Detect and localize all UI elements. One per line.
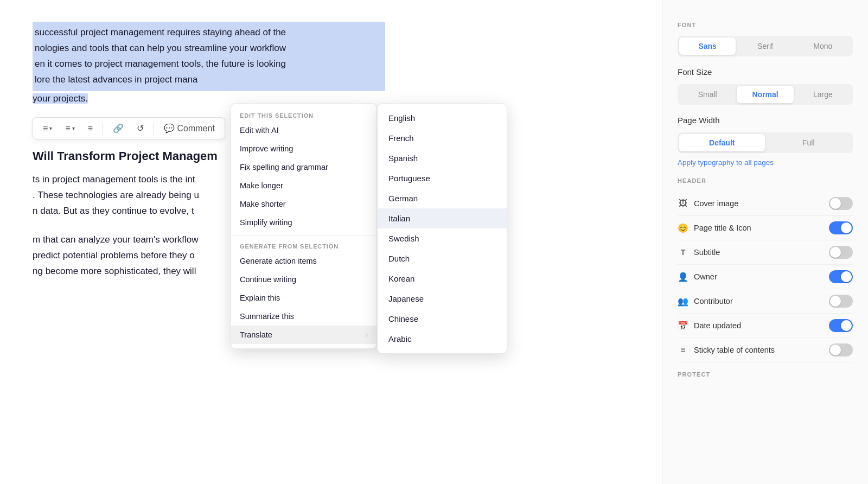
subtitle-icon: T (678, 248, 688, 257)
date-updated-label: Date updated (694, 321, 741, 330)
header-section-title: HEADER (678, 177, 853, 184)
date-updated-row: 📅 Date updated (678, 314, 853, 338)
cover-image-row: 🖼 Cover image (678, 192, 853, 216)
menu-divider (231, 235, 376, 235)
lang-korean[interactable]: Korean (378, 269, 507, 289)
body-text-2: m that can analyze your team's workflow … (33, 232, 260, 279)
lang-chinese[interactable]: Chinese (378, 309, 507, 329)
font-large-btn[interactable]: Large (795, 86, 851, 103)
cover-image-icon: 🖼 (678, 199, 688, 208)
subtitle-label: Subtitle (694, 248, 720, 257)
menu-item-improve[interactable]: Improve writing (231, 139, 376, 158)
page-title-toggle[interactable] (829, 221, 853, 234)
menu-item-summarize[interactable]: Summarize this (231, 307, 376, 326)
lang-german[interactable]: German (378, 188, 507, 208)
date-toggle[interactable] (829, 319, 853, 332)
contributor-icon: 👥 (678, 296, 688, 307)
toolbar-divider (103, 123, 103, 134)
subtitle-row: T Subtitle (678, 240, 853, 265)
protect-section-title: PROTECT (678, 371, 853, 378)
lang-portuguese[interactable]: Portuguese (378, 168, 507, 188)
lang-arabic[interactable]: Arabic (378, 329, 507, 349)
chevron-right-icon: › (366, 331, 368, 339)
lang-spanish[interactable]: Spanish (378, 148, 507, 168)
page-title-label: Page title & Icon (694, 224, 751, 232)
font-normal-btn[interactable]: Normal (737, 86, 793, 103)
menu-item-make-shorter[interactable]: Make shorter (231, 195, 376, 213)
generate-section-label: GENERATE FROM SELECTION (231, 239, 376, 252)
apply-typography-link[interactable]: Apply typography to all pages (678, 158, 853, 167)
contributor-toggle[interactable] (829, 295, 853, 308)
page-width-toggle: Default Full (678, 132, 853, 153)
toc-icon: ≡ (678, 345, 688, 355)
lang-dutch[interactable]: Dutch (378, 249, 507, 269)
formatting-toolbar: ≡ ▾ ≡ ▾ ≡ 🔗 ↺ 💬 Comment (33, 117, 225, 139)
owner-icon: 👤 (678, 272, 688, 282)
align-button[interactable]: ≡ ▾ (40, 122, 55, 136)
lang-french[interactable]: French (378, 128, 507, 148)
lang-swedish[interactable]: Swedish (378, 228, 507, 249)
font-sans-btn[interactable]: Sans (679, 37, 736, 55)
selected-text: successful project management requires s… (33, 22, 385, 91)
subtitle-toggle[interactable] (829, 246, 853, 259)
page-title-row: 😊 Page title & Icon (678, 216, 853, 240)
menu-item-edit-ai[interactable]: Edit with AI (231, 121, 376, 139)
main-content: successful project management requires s… (0, 0, 662, 484)
lang-english[interactable]: English (378, 108, 507, 128)
date-icon: 📅 (678, 321, 688, 331)
contributor-row: 👥 Contributor (678, 289, 853, 314)
undo-button[interactable]: ↺ (133, 121, 147, 136)
toc-toggle[interactable] (829, 343, 853, 356)
toolbar-divider-2 (154, 123, 154, 134)
translate-submenu: English French Spanish Portuguese German… (377, 103, 507, 354)
font-size-toggle: Small Normal Large (678, 84, 853, 105)
width-default-btn[interactable]: Default (679, 134, 765, 151)
owner-toggle[interactable] (829, 270, 853, 283)
context-menu: EDIT THIS SELECTION Edit with AI Improve… (231, 103, 377, 349)
menu-item-explain[interactable]: Explain this (231, 289, 376, 307)
body-text-1: ts in project management tools is the in… (33, 172, 260, 219)
right-sidebar: FONT Sans Serif Mono Font Size Small Nor… (662, 0, 868, 484)
menu-item-fix-spelling[interactable]: Fix spelling and grammar (231, 158, 376, 176)
edit-section-label: EDIT THIS SELECTION (231, 108, 376, 121)
menu-item-action-items[interactable]: Generate action items (231, 252, 376, 270)
cover-image-label: Cover image (694, 199, 738, 208)
font-small-btn[interactable]: Small (679, 86, 736, 103)
owner-label: Owner (694, 272, 717, 281)
width-full-btn[interactable]: Full (766, 134, 852, 151)
font-section-title: FONT (678, 22, 853, 28)
lang-japanese[interactable]: Japanese (378, 289, 507, 309)
owner-row: 👤 Owner (678, 265, 853, 289)
lang-italian[interactable]: Italian (378, 208, 507, 228)
menu-item-simplify[interactable]: Simplify writing (231, 213, 376, 232)
font-mono-btn[interactable]: Mono (795, 37, 851, 55)
page-width-label: Page Width (678, 116, 853, 125)
comment-button[interactable]: 💬 Comment (161, 121, 218, 136)
font-serif-btn[interactable]: Serif (737, 37, 793, 55)
list-button[interactable]: ≡ ▾ (62, 122, 78, 136)
menu-item-translate[interactable]: Translate › (231, 326, 376, 344)
text-block-1: successful project management requires s… (33, 22, 629, 106)
cover-image-toggle[interactable] (829, 197, 853, 210)
link-button[interactable]: 🔗 (110, 121, 127, 136)
font-family-toggle: Sans Serif Mono (678, 36, 853, 56)
indent-button[interactable]: ≡ (85, 122, 96, 136)
toc-row: ≡ Sticky table of contents (678, 338, 853, 362)
page-title-icon: 😊 (678, 223, 688, 233)
font-size-label: Font Size (678, 67, 853, 77)
menu-item-make-longer[interactable]: Make longer (231, 176, 376, 195)
menu-item-continue[interactable]: Continue writing (231, 270, 376, 289)
selected-text-end: your projects. (33, 93, 88, 104)
contributor-label: Contributor (694, 297, 733, 305)
toc-label: Sticky table of contents (694, 346, 775, 354)
